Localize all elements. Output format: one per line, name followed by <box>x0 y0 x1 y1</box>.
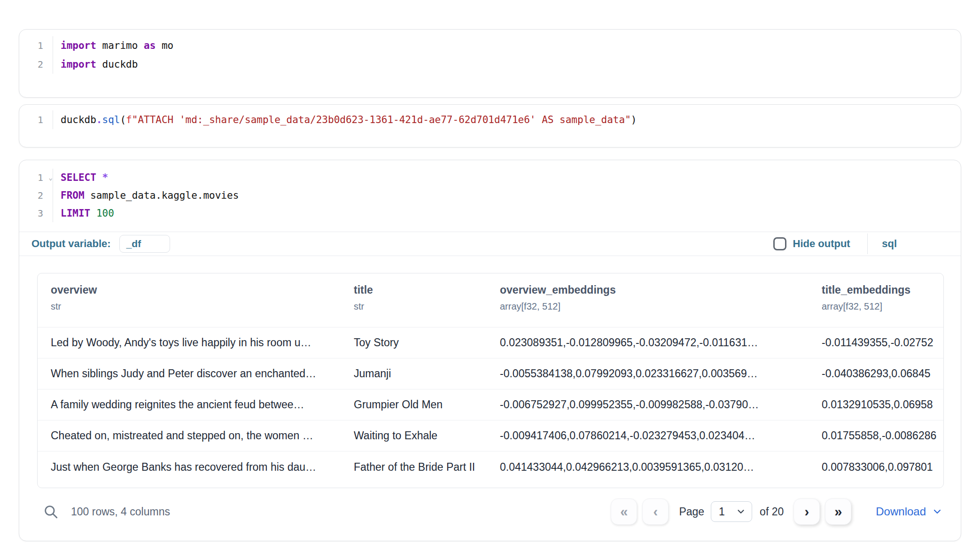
code-text: import duckdb <box>53 55 138 74</box>
table-cell: Jumanji <box>354 367 500 380</box>
table-row[interactable]: Just when George Banks has recovered fro… <box>38 451 943 482</box>
code-token: sql <box>102 114 120 125</box>
code-editor[interactable]: 1⌄SELECT *2FROM sample_data.kaggle.movie… <box>19 160 961 232</box>
line-number: 2 <box>19 55 53 74</box>
code-token: FROM <box>61 190 85 201</box>
code-token <box>90 208 96 219</box>
table-cell: -0.040386293,0.06845 <box>822 367 943 380</box>
code-line[interactable]: 1⌄SELECT * <box>19 169 961 187</box>
prev-page-button[interactable]: ‹ <box>642 498 669 525</box>
code-cell-attach[interactable]: 1duckdb.sql(f"ATTACH 'md:_share/sample_d… <box>19 104 961 148</box>
code-token: sample_data.kaggle.movies <box>85 190 239 201</box>
table-cell: When siblings Judy and Peter discover an… <box>51 367 354 380</box>
code-line[interactable]: 1duckdb.sql(f"ATTACH 'md:_share/sample_d… <box>19 110 961 129</box>
column-header-title_embeddings[interactable]: title_embeddingsarray[f32, 512] <box>822 284 943 312</box>
line-number: 3 <box>19 204 53 222</box>
column-type: array[f32, 512] <box>500 301 822 312</box>
page-label: Page <box>679 506 704 518</box>
table-cell: Toy Story <box>354 336 500 349</box>
column-name: title <box>354 284 500 296</box>
code-token: import <box>61 59 96 70</box>
table-row[interactable]: Cheated on, mistreated and stepped on, t… <box>38 420 943 451</box>
table-cell: -0.011439355,-0.02752 <box>822 336 943 349</box>
page-total-label: of 20 <box>760 506 784 518</box>
table-row[interactable]: When siblings Judy and Peter discover an… <box>38 358 943 389</box>
search-icon[interactable] <box>43 504 59 520</box>
table-cell: -0.006752927,0.099952355,-0.009982588,-0… <box>500 398 822 411</box>
column-header-overview[interactable]: overviewstr <box>51 284 354 312</box>
code-token <box>96 172 102 183</box>
table-cell: 0.007833006,0.097801 <box>822 461 943 474</box>
sql-cell: 1⌄SELECT *2FROM sample_data.kaggle.movie… <box>19 160 961 541</box>
table-cell: -0.009417406,0.07860214,-0.023279453,0.0… <box>500 429 822 442</box>
result-table: overviewstrtitlestroverview_embeddingsar… <box>37 273 944 488</box>
code-token: duckdb <box>61 114 96 125</box>
table-cell: 0.023089351,-0.012809965,-0.03209472,-0.… <box>500 336 822 349</box>
next-page-button[interactable]: › <box>793 498 820 525</box>
table-cell: 0.041433044,0.042966213,0.0039591365,0.0… <box>500 461 822 474</box>
code-text: FROM sample_data.kaggle.movies <box>53 187 239 204</box>
column-name: title_embeddings <box>822 284 943 296</box>
row-count-summary: 100 rows, 4 columns <box>71 506 170 518</box>
code-token: marimo <box>96 40 144 51</box>
line-number: 1 <box>19 110 53 129</box>
toolbar-divider <box>867 233 868 254</box>
code-text: import marimo as mo <box>53 36 173 55</box>
chevron-down-icon <box>932 506 943 517</box>
table-cell: -0.0055384138,0.07992093,0.023316627,0.0… <box>500 367 822 380</box>
code-token: 100 <box>96 208 114 219</box>
table-footer: 100 rows, 4 columns « ‹ Page 1 of 20 › »… <box>37 497 943 527</box>
column-type: str <box>354 301 500 312</box>
code-editor[interactable]: 1import marimo as mo2import duckdb <box>19 36 961 74</box>
column-header-title[interactable]: titlestr <box>354 284 500 312</box>
first-page-button[interactable]: « <box>611 498 637 525</box>
column-type: str <box>51 301 354 312</box>
language-badge[interactable]: sql <box>882 238 897 250</box>
download-label: Download <box>876 505 926 518</box>
table-header-row: overviewstrtitlestroverview_embeddingsar… <box>38 273 943 327</box>
line-number: 1 <box>19 36 53 55</box>
table-cell: 0.0132910535,0.06958 <box>822 398 943 411</box>
code-token: . <box>96 114 102 125</box>
hide-output-label[interactable]: Hide output <box>793 238 850 250</box>
code-token: duckdb <box>96 59 138 70</box>
code-text: duckdb.sql(f"ATTACH 'md:_share/sample_da… <box>53 110 637 129</box>
page-select[interactable]: 1 <box>711 501 752 522</box>
code-token: SELECT <box>61 172 96 183</box>
line-number: 1⌄ <box>19 169 53 187</box>
code-line[interactable]: 2FROM sample_data.kaggle.movies <box>19 187 961 204</box>
chevron-down-icon <box>736 506 746 517</box>
table-cell: A family wedding reignites the ancient f… <box>51 398 354 411</box>
code-line[interactable]: 1import marimo as mo <box>19 36 961 55</box>
table-cell: Grumpier Old Men <box>354 398 500 411</box>
code-text: LIMIT 100 <box>53 204 114 222</box>
table-row[interactable]: Led by Woody, Andy's toys live happily i… <box>38 327 943 358</box>
hide-output-checkbox[interactable] <box>773 237 786 250</box>
code-token: ) <box>631 114 637 125</box>
table-cell: Led by Woody, Andy's toys live happily i… <box>51 336 354 349</box>
code-text: SELECT * <box>53 169 108 187</box>
last-page-button[interactable]: » <box>825 498 851 525</box>
code-line[interactable]: 2import duckdb <box>19 55 961 74</box>
column-name: overview_embeddings <box>500 284 822 296</box>
page-select-value: 1 <box>719 506 725 518</box>
code-cell-imports[interactable]: 1import marimo as mo2import duckdb <box>19 29 961 98</box>
table-row[interactable]: A family wedding reignites the ancient f… <box>38 389 943 420</box>
column-type: array[f32, 512] <box>822 301 943 312</box>
code-token: import <box>61 40 96 51</box>
code-line[interactable]: 3LIMIT 100 <box>19 204 961 222</box>
table-cell: Just when George Banks has recovered fro… <box>51 461 354 474</box>
fold-chevron-icon[interactable]: ⌄ <box>49 170 53 185</box>
code-token: ( <box>120 114 126 125</box>
column-name: overview <box>51 284 354 296</box>
code-token: "ATTACH 'md:_share/sample_data/23b0d623-… <box>132 114 631 125</box>
line-number: 2 <box>19 187 53 204</box>
output-variable-input[interactable]: _df <box>119 235 170 253</box>
table-cell: 0.01755858,-0.0086286 <box>822 429 943 442</box>
download-button[interactable]: Download <box>876 505 943 518</box>
code-editor[interactable]: 1duckdb.sql(f"ATTACH 'md:_share/sample_d… <box>19 110 961 129</box>
table-cell: Cheated on, mistreated and stepped on, t… <box>51 429 354 442</box>
column-header-overview_embeddings[interactable]: overview_embeddingsarray[f32, 512] <box>500 284 822 312</box>
table-cell: Waiting to Exhale <box>354 429 500 442</box>
code-token: mo <box>156 40 173 51</box>
